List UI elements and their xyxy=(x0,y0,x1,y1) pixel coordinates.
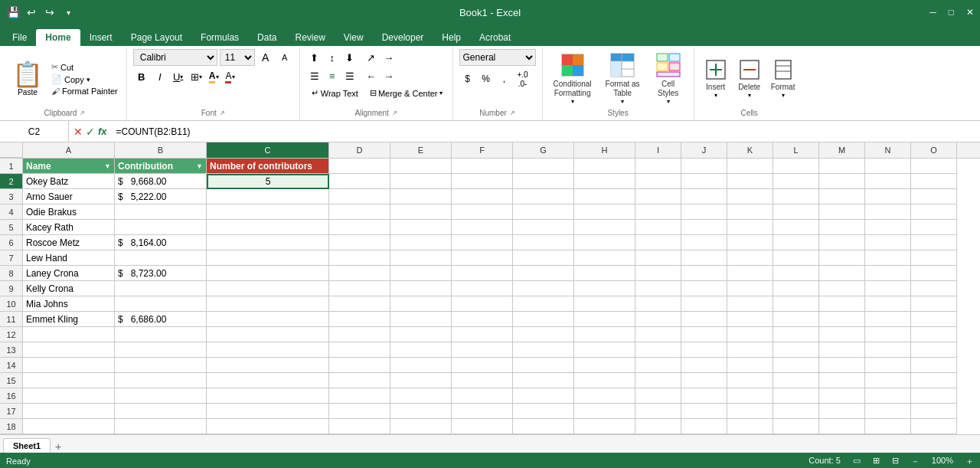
paste-button[interactable]: 📋 Paste xyxy=(9,61,46,98)
cell-i16[interactable] xyxy=(635,388,681,404)
cell-h14[interactable] xyxy=(574,358,635,373)
cell-i13[interactable] xyxy=(635,342,681,358)
font-name-select[interactable]: Calibri xyxy=(133,49,217,66)
delete-button[interactable]: Delete ▾ xyxy=(734,59,765,99)
cell-a4[interactable]: Odie Brakus xyxy=(23,205,115,220)
cell-c9[interactable] xyxy=(207,281,329,296)
col-header-b[interactable]: B xyxy=(115,142,207,158)
format-dropdown[interactable]: ▾ xyxy=(782,92,785,99)
cell-n18[interactable] xyxy=(865,419,911,434)
cell-g14[interactable] xyxy=(513,358,574,373)
cell-o5[interactable] xyxy=(911,220,957,235)
tab-file[interactable]: File xyxy=(3,29,36,46)
cell-d15[interactable] xyxy=(329,373,390,388)
add-sheet-button[interactable]: + xyxy=(55,440,61,453)
align-center-button[interactable]: ≡ xyxy=(324,67,341,84)
font-expand-icon[interactable]: ↗ xyxy=(220,110,225,116)
col-header-j[interactable]: J xyxy=(681,142,727,158)
cell-a12[interactable] xyxy=(23,327,115,342)
cell-l10[interactable] xyxy=(773,296,819,312)
cell-i17[interactable] xyxy=(635,404,681,419)
border-button[interactable]: ⊞ ▾ xyxy=(188,69,205,86)
cell-m13[interactable] xyxy=(819,342,865,358)
cell-k1[interactable] xyxy=(727,159,773,174)
cell-l2[interactable] xyxy=(773,174,819,189)
cell-n5[interactable] xyxy=(865,220,911,235)
row-header-5[interactable]: 5 xyxy=(0,220,23,235)
cell-m12[interactable] xyxy=(819,327,865,342)
cell-e9[interactable] xyxy=(390,281,452,296)
cell-l3[interactable] xyxy=(773,189,819,205)
cell-f13[interactable] xyxy=(452,342,513,358)
cell-k7[interactable] xyxy=(727,250,773,266)
cell-n10[interactable] xyxy=(865,296,911,312)
undo-icon[interactable]: ↩ xyxy=(24,5,38,19)
cell-f8[interactable] xyxy=(452,266,513,281)
decrease-font-button[interactable]: A xyxy=(276,49,293,66)
cell-h10[interactable] xyxy=(574,296,635,312)
cell-o14[interactable] xyxy=(911,358,957,373)
cell-n17[interactable] xyxy=(865,404,911,419)
select-all-button[interactable] xyxy=(0,142,23,158)
row-header-3[interactable]: 3 xyxy=(0,189,23,205)
cell-d14[interactable] xyxy=(329,358,390,373)
cell-f14[interactable] xyxy=(452,358,513,373)
cell-i6[interactable] xyxy=(635,235,681,250)
name-box[interactable] xyxy=(0,121,69,142)
zoom-in-icon[interactable]: ＋ xyxy=(965,456,974,467)
cell-f6[interactable] xyxy=(452,235,513,250)
cell-a15[interactable] xyxy=(23,373,115,388)
cell-b3[interactable]: $ 5,222.00 xyxy=(115,189,207,205)
align-middle-button[interactable]: ↕ xyxy=(324,49,341,66)
cell-n14[interactable] xyxy=(865,358,911,373)
col-header-h[interactable]: H xyxy=(574,142,635,158)
cell-a1[interactable]: Name ▼ xyxy=(23,159,115,174)
cell-n1[interactable] xyxy=(865,159,911,174)
cell-i12[interactable] xyxy=(635,327,681,342)
cell-e15[interactable] xyxy=(390,373,452,388)
cell-c17[interactable] xyxy=(207,404,329,419)
cell-j1[interactable] xyxy=(681,159,727,174)
cell-o8[interactable] xyxy=(911,266,957,281)
col-header-c[interactable]: C xyxy=(207,142,329,158)
col-header-m[interactable]: M xyxy=(819,142,865,158)
decrease-indent-button[interactable]: ← xyxy=(363,67,380,84)
cell-i8[interactable] xyxy=(635,266,681,281)
cell-i5[interactable] xyxy=(635,220,681,235)
cell-m2[interactable] xyxy=(819,174,865,189)
cell-o4[interactable] xyxy=(911,205,957,220)
cell-i7[interactable] xyxy=(635,250,681,266)
cell-j12[interactable] xyxy=(681,327,727,342)
cell-d6[interactable] xyxy=(329,235,390,250)
cell-m16[interactable] xyxy=(819,388,865,404)
cell-l12[interactable] xyxy=(773,327,819,342)
cell-e10[interactable] xyxy=(390,296,452,312)
save-icon[interactable]: 💾 xyxy=(6,5,20,19)
cell-k10[interactable] xyxy=(727,296,773,312)
cell-l9[interactable] xyxy=(773,281,819,296)
cell-f17[interactable] xyxy=(452,404,513,419)
cell-b18[interactable] xyxy=(115,419,207,434)
cell-n15[interactable] xyxy=(865,373,911,388)
cell-a13[interactable] xyxy=(23,342,115,358)
cell-j8[interactable] xyxy=(681,266,727,281)
insert-button[interactable]: Insert ▾ xyxy=(701,59,731,99)
cell-g16[interactable] xyxy=(513,388,574,404)
cell-f7[interactable] xyxy=(452,250,513,266)
cond-format-dropdown[interactable]: ▾ xyxy=(571,98,574,105)
cell-f5[interactable] xyxy=(452,220,513,235)
align-left-button[interactable]: ☰ xyxy=(306,67,323,84)
cell-m11[interactable] xyxy=(819,312,865,327)
cell-f16[interactable] xyxy=(452,388,513,404)
cell-c4[interactable] xyxy=(207,205,329,220)
cell-m9[interactable] xyxy=(819,281,865,296)
row-header-1[interactable]: 1 xyxy=(0,159,23,174)
cell-a8[interactable]: Laney Crona xyxy=(23,266,115,281)
cell-g3[interactable] xyxy=(513,189,574,205)
cell-m5[interactable] xyxy=(819,220,865,235)
cell-n12[interactable] xyxy=(865,327,911,342)
cell-a2[interactable]: Okey Batz xyxy=(23,174,115,189)
cell-l14[interactable] xyxy=(773,358,819,373)
cell-h18[interactable] xyxy=(574,419,635,434)
cell-d18[interactable] xyxy=(329,419,390,434)
